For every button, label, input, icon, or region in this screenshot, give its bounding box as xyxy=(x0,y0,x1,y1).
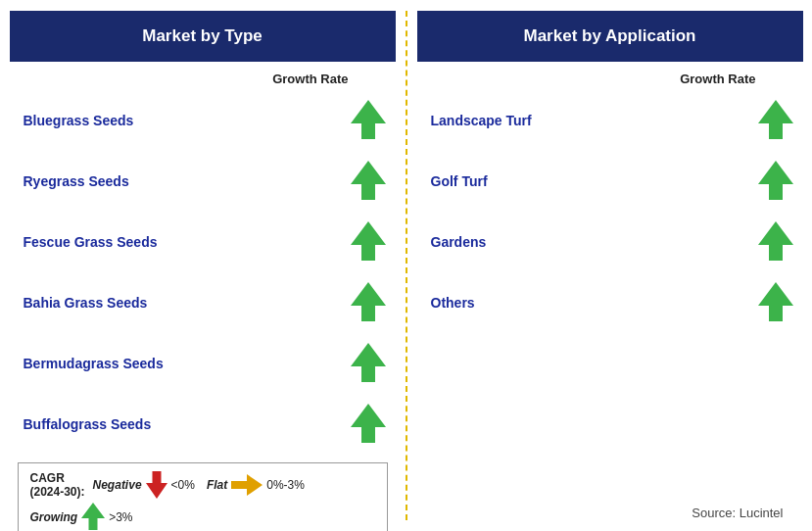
legend-negative: Negative <0% xyxy=(93,471,195,499)
legend-growing-value: >3% xyxy=(109,510,132,524)
left-panel: Market by Type Growth Rate Bluegrass See… xyxy=(10,11,396,520)
arrow-up-icon xyxy=(758,221,793,263)
item-label-gardens: Gardens xyxy=(431,234,487,250)
list-item: Golf Turf xyxy=(417,151,803,212)
list-item: Buffalograss Seeds xyxy=(10,394,396,455)
arrow-up-icon xyxy=(351,282,386,323)
arrow-up-green-sm-icon xyxy=(81,503,105,531)
legend-box: CAGR(2024-30): Negative <0% Flat 0%-3% G… xyxy=(18,462,388,531)
list-item: Fescue Grass Seeds xyxy=(10,212,396,272)
legend-negative-value: <0% xyxy=(171,478,195,492)
item-label-landscape: Landscape Turf xyxy=(431,113,532,128)
right-panel-header: Market by Application xyxy=(417,11,803,62)
source-text: Source: Lucintel xyxy=(417,496,803,520)
legend-cagr-label: CAGR(2024-30): xyxy=(30,471,85,499)
legend-growing-label: Growing xyxy=(30,510,78,524)
left-panel-header: Market by Type xyxy=(10,11,396,62)
list-item: Bahia Grass Seeds xyxy=(10,272,396,333)
item-label-fescue: Fescue Grass Seeds xyxy=(24,234,158,250)
arrow-up-icon xyxy=(758,161,793,202)
arrow-up-icon xyxy=(351,343,386,384)
arrow-up-icon xyxy=(351,100,386,141)
list-item: Others xyxy=(417,272,803,333)
arrow-up-icon xyxy=(758,100,793,141)
legend-negative-label: Negative xyxy=(93,478,142,492)
item-label-buffalo: Buffalograss Seeds xyxy=(24,416,152,432)
item-label-bermuda: Bermudagrass Seeds xyxy=(24,356,164,371)
list-item: Bermudagrass Seeds xyxy=(10,333,396,394)
list-item: Gardens xyxy=(417,212,803,272)
arrow-up-icon xyxy=(351,161,386,202)
right-panel: Market by Application Growth Rate Landsc… xyxy=(417,11,803,520)
list-item: Bluegrass Seeds xyxy=(10,90,396,151)
main-container: Market by Type Growth Rate Bluegrass See… xyxy=(10,11,803,520)
arrow-up-icon xyxy=(351,221,386,263)
legend-flat: Flat 0%-3% xyxy=(207,474,305,496)
legend-growing: Growing >3% xyxy=(30,503,133,531)
arrow-down-red-icon xyxy=(146,471,167,499)
right-panel-inner: Market by Application Growth Rate Landsc… xyxy=(417,11,803,520)
arrow-up-icon xyxy=(351,404,386,445)
item-label-bluegrass: Bluegrass Seeds xyxy=(24,113,134,128)
item-label-golf: Golf Turf xyxy=(431,173,488,189)
legend-flat-value: 0%-3% xyxy=(266,478,305,492)
item-label-others: Others xyxy=(431,295,475,311)
left-growth-rate-label: Growth Rate xyxy=(10,72,396,86)
item-label-ryegrass: Ryegrass Seeds xyxy=(24,173,129,189)
right-growth-rate-label: Growth Rate xyxy=(417,72,803,86)
arrow-up-icon xyxy=(758,282,793,323)
panel-divider xyxy=(406,11,407,520)
list-item: Ryegrass Seeds xyxy=(10,151,396,212)
list-item: Landscape Turf xyxy=(417,90,803,151)
arrow-right-yellow-icon xyxy=(231,474,263,496)
legend-flat-label: Flat xyxy=(207,478,227,492)
item-label-bahia: Bahia Grass Seeds xyxy=(24,295,148,311)
